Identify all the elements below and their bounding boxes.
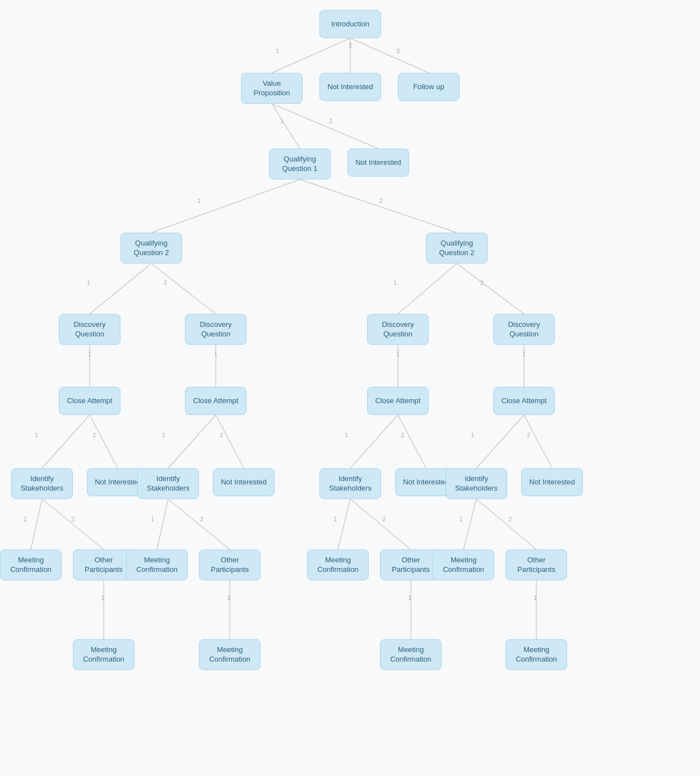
svg-text:1: 1 bbox=[280, 118, 284, 124]
svg-line-60 bbox=[476, 499, 536, 549]
svg-line-18 bbox=[398, 264, 457, 314]
node-id_stake3[interactable]: Identify Stakeholders bbox=[319, 468, 381, 499]
svg-text:2: 2 bbox=[480, 279, 484, 286]
node-close1[interactable]: Close Attempt bbox=[59, 387, 120, 415]
svg-line-46 bbox=[31, 499, 42, 549]
svg-text:2: 2 bbox=[329, 118, 332, 124]
node-id_stake1[interactable]: Identify Stakeholders bbox=[11, 468, 73, 499]
svg-line-14 bbox=[90, 264, 151, 314]
svg-line-50 bbox=[157, 499, 168, 549]
svg-text:1: 1 bbox=[24, 516, 27, 523]
node-value_prop[interactable]: Value Proposition bbox=[241, 73, 303, 104]
node-id_stake4[interactable]: Identify Stakeholders bbox=[446, 468, 507, 499]
node-other_part4[interactable]: Other Participants bbox=[506, 549, 567, 580]
svg-text:1: 1 bbox=[522, 350, 526, 357]
svg-line-34 bbox=[168, 415, 216, 468]
svg-text:2: 2 bbox=[508, 516, 512, 523]
svg-line-38 bbox=[350, 415, 398, 468]
node-meet_conf1[interactable]: Meeting Confirmation bbox=[0, 549, 62, 580]
node-meet_conf_b1[interactable]: Meeting Confirmation bbox=[73, 639, 135, 670]
svg-line-16 bbox=[151, 264, 216, 314]
svg-text:2: 2 bbox=[379, 197, 383, 204]
node-not_int_1[interactable]: Not Interested bbox=[319, 73, 381, 101]
node-not_int_c4[interactable]: Not Interested bbox=[521, 468, 583, 496]
svg-line-36 bbox=[216, 415, 244, 468]
svg-text:1: 1 bbox=[101, 594, 104, 601]
svg-line-48 bbox=[42, 499, 104, 549]
svg-text:1: 1 bbox=[408, 594, 411, 601]
svg-text:2: 2 bbox=[92, 432, 96, 438]
svg-line-20 bbox=[457, 264, 524, 314]
svg-line-42 bbox=[476, 415, 524, 468]
svg-text:1: 1 bbox=[471, 432, 474, 438]
svg-text:2: 2 bbox=[220, 432, 223, 438]
svg-line-4 bbox=[350, 38, 429, 73]
tree-diagram: 12312121212111112121212121212121111 Intr… bbox=[0, 0, 700, 776]
svg-line-54 bbox=[338, 499, 350, 549]
node-meet_conf3[interactable]: Meeting Confirmation bbox=[307, 549, 369, 580]
node-follow_up[interactable]: Follow up bbox=[398, 73, 460, 101]
node-qual_q2_left[interactable]: Qualifying Question 2 bbox=[120, 233, 182, 264]
svg-line-6 bbox=[272, 104, 300, 149]
svg-text:2: 2 bbox=[527, 432, 530, 438]
svg-text:1: 1 bbox=[227, 594, 230, 601]
svg-line-58 bbox=[463, 499, 476, 549]
node-close2[interactable]: Close Attempt bbox=[185, 387, 247, 415]
node-disc_q4[interactable]: Discovery Question bbox=[493, 314, 555, 345]
node-not_int_c2[interactable]: Not Interested bbox=[213, 468, 275, 496]
svg-line-12 bbox=[300, 179, 457, 233]
svg-text:2: 2 bbox=[349, 42, 352, 49]
svg-text:1: 1 bbox=[197, 197, 201, 204]
svg-line-8 bbox=[272, 104, 378, 149]
svg-line-0 bbox=[272, 38, 350, 73]
svg-line-44 bbox=[524, 415, 552, 468]
svg-text:1: 1 bbox=[162, 432, 165, 438]
svg-text:1: 1 bbox=[396, 350, 400, 357]
node-intro[interactable]: Introduction bbox=[319, 10, 381, 38]
svg-text:1: 1 bbox=[393, 279, 397, 286]
node-disc_q1[interactable]: Discovery Question bbox=[59, 314, 120, 345]
node-disc_q3[interactable]: Discovery Question bbox=[367, 314, 429, 345]
node-qual_q1[interactable]: Qualifying Question 1 bbox=[269, 149, 331, 179]
node-meet_conf2[interactable]: Meeting Confirmation bbox=[126, 549, 188, 580]
svg-text:1: 1 bbox=[88, 350, 91, 357]
node-close4[interactable]: Close Attempt bbox=[493, 387, 555, 415]
svg-text:1: 1 bbox=[333, 516, 337, 523]
node-meet_conf_b2[interactable]: Meeting Confirmation bbox=[199, 639, 261, 670]
svg-text:2: 2 bbox=[71, 516, 75, 523]
svg-text:3: 3 bbox=[396, 48, 400, 54]
svg-text:1: 1 bbox=[35, 432, 38, 438]
svg-text:2: 2 bbox=[200, 516, 203, 523]
svg-line-32 bbox=[90, 415, 118, 468]
svg-text:1: 1 bbox=[87, 279, 90, 286]
svg-text:1: 1 bbox=[459, 516, 462, 523]
node-not_int_2[interactable]: Not Interested bbox=[347, 149, 409, 177]
svg-line-40 bbox=[398, 415, 426, 468]
svg-line-52 bbox=[168, 499, 230, 549]
node-close3[interactable]: Close Attempt bbox=[367, 387, 429, 415]
svg-text:1: 1 bbox=[345, 432, 348, 438]
svg-text:2: 2 bbox=[401, 432, 404, 438]
node-id_stake2[interactable]: Identify Stakeholders bbox=[137, 468, 199, 499]
svg-text:2: 2 bbox=[164, 279, 167, 286]
svg-text:2: 2 bbox=[382, 516, 386, 523]
node-disc_q2[interactable]: Discovery Question bbox=[185, 314, 247, 345]
svg-text:1: 1 bbox=[534, 594, 537, 601]
node-qual_q2_right[interactable]: Qualifying Question 2 bbox=[426, 233, 488, 264]
svg-line-56 bbox=[350, 499, 411, 549]
svg-line-30 bbox=[42, 415, 90, 468]
svg-text:1: 1 bbox=[214, 350, 217, 357]
node-other_part2[interactable]: Other Participants bbox=[199, 549, 261, 580]
node-meet_conf_b4[interactable]: Meeting Confirmation bbox=[506, 639, 567, 670]
node-meet_conf_b3[interactable]: Meeting Confirmation bbox=[380, 639, 442, 670]
node-meet_conf4[interactable]: Meeting Confirmation bbox=[433, 549, 494, 580]
svg-line-10 bbox=[151, 179, 300, 233]
node-other_part1[interactable]: Other Participants bbox=[73, 549, 135, 580]
svg-text:1: 1 bbox=[151, 516, 154, 523]
svg-text:1: 1 bbox=[276, 48, 279, 54]
